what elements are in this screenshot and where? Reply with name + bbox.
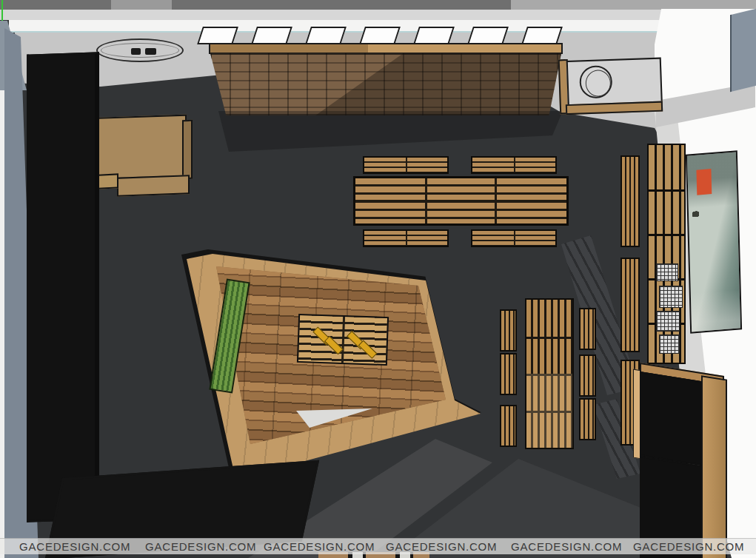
long-slat-table xyxy=(525,298,574,449)
watermark-text: GACEDESIGN.COM xyxy=(145,540,256,553)
top-strip-highlight-right xyxy=(511,0,756,10)
slat-bench xyxy=(500,405,517,447)
slat-bench xyxy=(579,354,596,397)
ceiling-oval-fixture xyxy=(96,38,184,62)
locker-wood-side xyxy=(701,375,727,558)
table-divider xyxy=(526,411,572,413)
mesh-basket xyxy=(656,263,678,281)
watermark-band: GACEDESIGN.COM GACEDESIGN.COM GACEDESIGN… xyxy=(0,538,756,554)
wall-menu-poster xyxy=(686,150,742,333)
mesh-basket xyxy=(656,311,680,332)
display-book-stack xyxy=(324,336,344,354)
table-divider xyxy=(526,374,572,376)
slat-bench xyxy=(471,156,557,174)
table-divider xyxy=(355,200,566,202)
display-book-stack xyxy=(358,340,378,359)
wall-slat-bench xyxy=(620,155,640,247)
slat-bench xyxy=(579,398,596,440)
platform-display-table xyxy=(297,314,389,366)
ceiling-vent-icon xyxy=(145,48,156,55)
top-exterior-strip xyxy=(0,0,756,10)
large-slat-table xyxy=(353,176,569,226)
central-wood-platform xyxy=(184,250,487,483)
skylight xyxy=(251,27,292,44)
reception-desk-side xyxy=(182,120,193,179)
slat-bench xyxy=(500,353,517,395)
hanging-panel-top-bar xyxy=(209,43,563,54)
skylight xyxy=(521,27,563,44)
reception-desk-top xyxy=(84,115,187,181)
skylight xyxy=(305,27,347,44)
poster-logo-square xyxy=(696,169,712,195)
poster-item-grid xyxy=(692,209,730,296)
slat-bench xyxy=(579,308,596,350)
slat-bench xyxy=(363,156,449,174)
watermark-text: GACEDESIGN.COM xyxy=(19,540,130,553)
watermark-text: GACEDESIGN.COM xyxy=(264,540,375,553)
wall-slat-bench xyxy=(620,258,640,352)
slat-bench xyxy=(363,229,449,247)
mesh-basket xyxy=(659,335,680,354)
locker-upper-grid xyxy=(640,372,702,465)
watermark-text: GACEDESIGN.COM xyxy=(633,540,744,553)
mesh-basket xyxy=(659,286,683,308)
right-wall-blue-panel xyxy=(730,9,756,93)
top-strip-highlight-left xyxy=(111,0,172,10)
skylight xyxy=(197,27,238,44)
ceiling-lamp-icon xyxy=(131,48,141,55)
skylight xyxy=(359,27,401,44)
shelf-divider xyxy=(649,234,684,236)
watermark-text: GACEDESIGN.COM xyxy=(386,540,497,553)
reception-desk-extension xyxy=(117,175,190,196)
slat-bench xyxy=(500,309,517,352)
interior-3d-render: GACEDESIGN.COM GACEDESIGN.COM GACEDESIGN… xyxy=(0,0,756,558)
table-divider xyxy=(526,337,572,339)
green-locker-unit xyxy=(640,363,727,558)
floor-shadow-under-panel xyxy=(218,111,563,152)
shelf-divider xyxy=(649,189,684,192)
left-cube-shelving xyxy=(27,52,99,522)
watermark-text: GACEDESIGN.COM xyxy=(511,540,622,553)
top-wall-ledge xyxy=(0,10,756,20)
skylight xyxy=(413,27,455,44)
skylight xyxy=(467,27,509,44)
slat-bench xyxy=(471,229,557,247)
wall-cabinet-unit xyxy=(558,56,664,118)
